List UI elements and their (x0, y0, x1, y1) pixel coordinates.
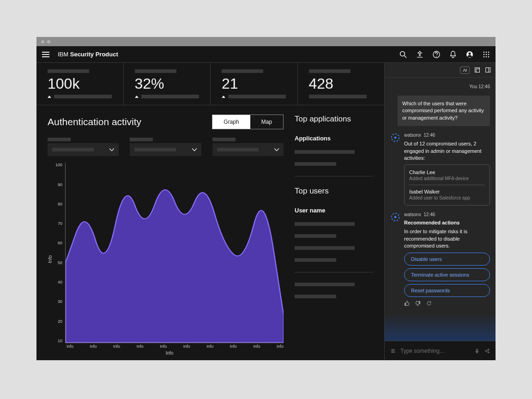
brand-prefix: IBM (58, 51, 70, 58)
app-window: IBM Security Product 100k 32% (36, 37, 496, 360)
share-icon[interactable] (416, 51, 423, 58)
svg-point-9 (488, 51, 490, 53)
filter-dropdown[interactable] (130, 143, 201, 156)
bot-name: watsonx (404, 212, 421, 217)
thumbs-up-icon[interactable] (404, 301, 410, 306)
tab-map[interactable]: Map (250, 115, 283, 129)
view-toggle: Graph Map (212, 115, 284, 129)
y-ticks: 100908070605040302010 (55, 163, 65, 343)
chat-input-bar (385, 341, 496, 360)
ai-chip: AI (460, 66, 470, 74)
user-detail: Added additional MFA device (409, 176, 485, 181)
list-item-skeleton (295, 234, 336, 238)
svg-point-7 (484, 51, 485, 53)
svg-point-10 (484, 54, 485, 55)
kpi-card: 428 (298, 63, 385, 105)
chevron-down-icon (274, 148, 279, 151)
search-icon[interactable] (399, 51, 407, 58)
list-item-skeleton (295, 283, 355, 286)
filter (130, 138, 201, 156)
kpi-card: 21 (211, 63, 298, 105)
filter-value-skeleton (217, 148, 259, 151)
traffic-light-dot[interactable] (47, 40, 50, 43)
chat-panel: AI You 12:46 Which of the users that wer… (384, 63, 496, 360)
filter (48, 138, 119, 156)
action-disable-users[interactable]: Disable users (404, 253, 490, 266)
svg-point-12 (488, 54, 490, 55)
kpi-label-skeleton (48, 69, 89, 73)
filter-dropdown[interactable] (48, 143, 119, 156)
attach-icon[interactable] (390, 348, 396, 354)
users-card: Charlie Lee Added additional MFA device … (404, 164, 490, 206)
bot-name: watsonx (404, 133, 421, 138)
traffic-light-dot[interactable] (41, 40, 44, 43)
you-meta: You 12:46 (390, 84, 490, 89)
rec-title: Recommended actions (404, 220, 490, 225)
list-item-skeleton (295, 295, 336, 298)
svg-point-14 (486, 56, 487, 57)
hamburger-icon[interactable] (42, 52, 49, 57)
filter-value-skeleton (134, 148, 176, 151)
brand-name: Security Product (70, 51, 118, 58)
you-time: 12:46 (478, 84, 490, 89)
chat-header: AI (385, 63, 496, 78)
svg-point-4 (436, 56, 437, 57)
titlebar (36, 37, 496, 46)
header-icons (399, 51, 490, 58)
bell-icon[interactable] (449, 51, 457, 58)
chat-body: You 12:46 Which of the users that were c… (385, 78, 496, 341)
main-content: 100k 32% 21 428 (36, 63, 384, 360)
app-header: IBM Security Product (36, 46, 496, 63)
kpi-card: 100k (36, 63, 124, 105)
svg-point-13 (484, 56, 485, 57)
chat-input[interactable] (400, 348, 470, 354)
kpi-trend-skeleton (228, 95, 286, 98)
apps-grid-icon[interactable] (483, 51, 490, 58)
user-item: Isabel Walker Added user to Salesforce a… (409, 189, 485, 200)
send-icon[interactable] (484, 348, 490, 354)
top-users-title: Top users (295, 187, 373, 196)
filter-dropdown[interactable] (212, 143, 284, 156)
svg-point-6 (469, 52, 471, 54)
svg-rect-17 (476, 69, 479, 72)
divider (409, 185, 485, 185)
auth-activity-title: Authentication activity (48, 116, 141, 127)
kpi-card: 32% (124, 63, 211, 105)
action-terminate-sessions[interactable]: Terminate active sessions (404, 268, 490, 281)
help-icon[interactable] (433, 51, 440, 58)
action-reset-passwords[interactable]: Reset passwords (404, 284, 490, 297)
user-name: Charlie Lee (409, 169, 485, 175)
bot-message-row: watsonx 12:46 Out of 12 compromised user… (390, 133, 490, 206)
top-apps-subtitle: Applications (295, 135, 373, 142)
kpi-row: 100k 32% 21 428 (36, 63, 384, 105)
popout-icon[interactable] (474, 67, 480, 73)
kpi-value: 100k (48, 76, 112, 92)
svg-point-21 (394, 137, 397, 139)
top-apps-title: Top applications (295, 115, 373, 124)
svg-line-1 (405, 55, 407, 58)
svg-point-23 (394, 216, 397, 218)
feedback-row (404, 301, 490, 306)
filter-value-skeleton (52, 148, 94, 151)
bot-message-row: watsonx 12:46 Recommended actions In ord… (390, 212, 490, 306)
mic-icon[interactable] (474, 348, 480, 354)
list-item-skeleton (295, 150, 355, 154)
list-item-skeleton (295, 246, 355, 250)
filter-label-skeleton (48, 138, 71, 141)
thumbs-down-icon[interactable] (415, 301, 421, 306)
regenerate-icon[interactable] (426, 301, 432, 306)
tab-graph[interactable]: Graph (212, 115, 250, 129)
user-avatar-icon[interactable] (466, 51, 473, 58)
user-message: Which of the users that were compromised… (398, 96, 490, 126)
filter-label-skeleton (212, 138, 236, 141)
you-label: You (469, 84, 477, 89)
list-item-skeleton (295, 162, 336, 166)
kpi-label-skeleton (222, 69, 263, 73)
kpi-trend-skeleton (141, 95, 199, 98)
y-axis-label: Info (48, 255, 53, 263)
kpi-trend-skeleton (54, 95, 112, 98)
user-item: Charlie Lee Added additional MFA device (409, 169, 485, 181)
caret-up-icon (222, 96, 225, 98)
collapse-icon[interactable] (485, 67, 491, 73)
filter-label-skeleton (130, 138, 153, 141)
